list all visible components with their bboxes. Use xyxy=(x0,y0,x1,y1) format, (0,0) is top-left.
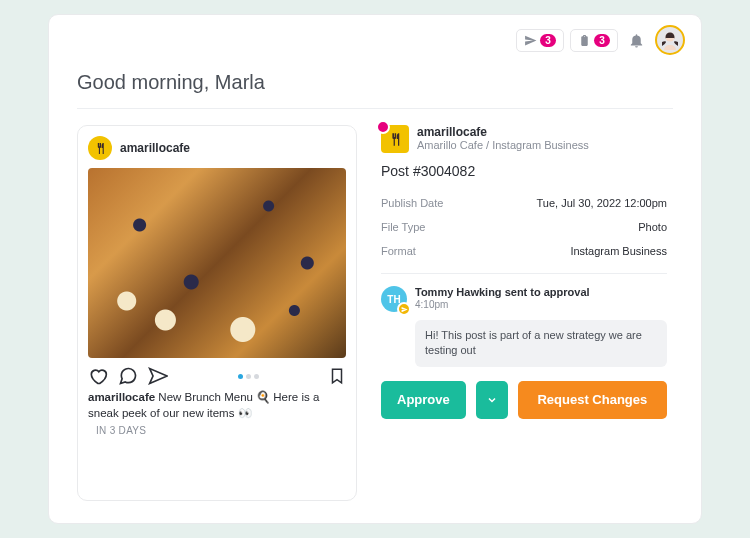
dot xyxy=(254,374,259,379)
meta-value: Tue, Jul 30, 2022 12:00pm xyxy=(537,197,667,209)
meta-value: Instagram Business xyxy=(570,245,667,257)
activity-note: TH Tommy Hawking sent to approval 4:10pm xyxy=(381,286,667,312)
caption-username[interactable]: amarillocafe xyxy=(88,391,155,403)
meta-format: FormatInstagram Business xyxy=(381,239,667,263)
account-square-avatar[interactable] xyxy=(381,125,409,153)
share-icon[interactable] xyxy=(148,366,168,386)
app-window: 3 3 Good morning, Marla amarillocafe xyxy=(48,14,702,524)
post-details-panel: amarillocafe Amarillo Cafe / Instagram B… xyxy=(375,125,673,501)
approve-dropdown-button[interactable] xyxy=(476,381,508,419)
page-greeting: Good morning, Marla xyxy=(49,65,701,108)
carousel-dots xyxy=(238,374,259,379)
request-changes-button[interactable]: Request Changes xyxy=(518,381,667,419)
activity-title: Tommy Hawking sent to approval xyxy=(415,286,590,298)
approve-button[interactable]: Approve xyxy=(381,381,466,419)
avatar-person-icon xyxy=(658,28,682,52)
chevron-down-icon xyxy=(486,394,498,406)
send-count-badge: 3 xyxy=(540,34,556,47)
post-header: amarillocafe xyxy=(88,136,346,160)
clipboard-notifications[interactable]: 3 xyxy=(570,29,618,52)
post-action-row xyxy=(88,358,346,390)
instagram-badge-icon xyxy=(376,120,390,134)
activity-avatar: TH xyxy=(381,286,407,312)
account-name: amarillocafe xyxy=(417,125,589,139)
paper-plane-icon xyxy=(524,34,537,47)
post-image[interactable] xyxy=(88,168,346,358)
account-avatar-ring[interactable] xyxy=(88,136,112,160)
account-subtitle: Amarillo Cafe / Instagram Business xyxy=(417,139,589,151)
meta-file-type: File TypePhoto xyxy=(381,215,667,239)
action-buttons: Approve Request Changes xyxy=(381,381,667,419)
post-schedule-label: IN 3 DAYS xyxy=(88,425,346,436)
meta-publish-date: Publish DateTue, Jul 30, 2022 12:00pm xyxy=(381,191,667,215)
clipboard-count-badge: 3 xyxy=(594,34,610,47)
post-preview-card: amarillocafe amarillocafe New Brunch Men… xyxy=(77,125,357,501)
sent-badge-icon xyxy=(397,302,411,316)
send-notifications[interactable]: 3 xyxy=(516,29,564,52)
post-caption: amarillocafe New Brunch Menu 🍳 Here is a… xyxy=(88,390,346,421)
activity-time: 4:10pm xyxy=(415,299,590,310)
heart-icon[interactable] xyxy=(88,366,108,386)
utensils-icon xyxy=(94,142,107,155)
account-row: amarillocafe Amarillo Cafe / Instagram B… xyxy=(381,125,667,153)
dot-active xyxy=(238,374,243,379)
clipboard-icon xyxy=(578,34,591,47)
bell-button[interactable] xyxy=(624,28,649,53)
bell-icon xyxy=(628,32,645,49)
utensils-icon xyxy=(388,132,403,147)
topbar: 3 3 xyxy=(49,15,701,65)
content-area: amarillocafe amarillocafe New Brunch Men… xyxy=(49,109,701,523)
comment-icon[interactable] xyxy=(118,366,138,386)
post-id: Post #3004082 xyxy=(381,163,667,179)
post-username[interactable]: amarillocafe xyxy=(120,141,190,155)
meta-value: Photo xyxy=(638,221,667,233)
meta-label: Format xyxy=(381,245,416,257)
dot xyxy=(246,374,251,379)
bookmark-icon[interactable] xyxy=(328,367,346,385)
activity-message: Hi! This post is part of a new strategy … xyxy=(415,320,667,367)
meta-label: File Type xyxy=(381,221,425,233)
divider xyxy=(381,273,667,274)
user-avatar[interactable] xyxy=(655,25,685,55)
meta-label: Publish Date xyxy=(381,197,443,209)
